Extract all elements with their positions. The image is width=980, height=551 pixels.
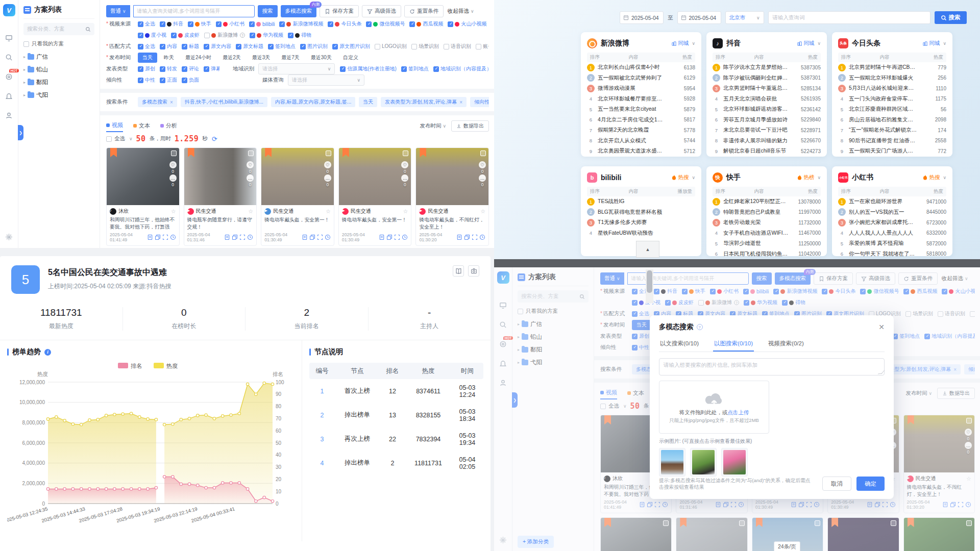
time-range-option[interactable]: 最近3天: [248, 53, 275, 63]
sidebar-category-item[interactable]: ▸鄱阳: [518, 343, 589, 356]
card-checkbox[interactable]: [739, 520, 745, 526]
hot-list-item[interactable]: 1北京到长白山将仅需4小时6138: [587, 62, 695, 73]
sidebar-category-item[interactable]: ▸鄱阳: [23, 76, 94, 89]
match-checkbox[interactable]: 语音识别: [444, 43, 471, 50]
scan-icon[interactable]: [472, 234, 478, 240]
match-checkbox[interactable]: 原文标题: [236, 43, 263, 50]
post-type-checkbox[interactable]: 评论: [182, 65, 199, 72]
export-button[interactable]: 数据导出: [451, 120, 489, 132]
source-checkbox[interactable]: 新浪微博?: [698, 299, 739, 306]
result-tab[interactable]: 视频: [600, 387, 617, 399]
close-icon[interactable]: ×: [459, 99, 462, 105]
star-icon[interactable]: ☆: [966, 475, 971, 482]
region-checkbox[interactable]: 签到地点: [401, 65, 429, 72]
clock-icon[interactable]: [325, 234, 331, 240]
expand-sidebar-tab[interactable]: ❯: [18, 125, 23, 140]
hot-list-item[interactable]: 5亲爱的展博 真不怪宛瑜5872000: [838, 238, 946, 249]
search-icon[interactable]: [499, 320, 507, 329]
hot-list-item[interactable]: 5北京江苏麋鹿种群跨区域联姻...56: [838, 104, 946, 115]
sidebar-category-item[interactable]: ▸广信: [518, 318, 589, 331]
gear-icon[interactable]: [5, 233, 13, 241]
result-tab[interactable]: 文本: [133, 119, 150, 132]
match-checkbox[interactable]: 全选: [632, 310, 649, 317]
comment-icon[interactable]: …: [324, 174, 331, 182]
advanced-filter-button[interactable]: 高级筛选: [856, 272, 895, 285]
hot-list-item[interactable]: 7“五一”假期老外花式解锁京城游174: [838, 125, 946, 136]
source-checkbox[interactable]: 华为视频?: [744, 299, 777, 306]
scan-icon[interactable]: [730, 502, 737, 508]
search-condition-chip[interactable]: 内容,标题,原文内容,原文标题,签...×: [271, 97, 355, 107]
video-thumbnail[interactable]: ♡0 …0: [184, 148, 257, 205]
hot-list-item[interactable]: 3张小婉把大家都训成摩托车了6723000: [838, 217, 946, 228]
copy-icon[interactable]: [950, 502, 956, 508]
collapse-filters-button[interactable]: 收起筛选∨: [942, 275, 968, 282]
export-button[interactable]: 数据导出: [937, 388, 975, 399]
hot-list-item[interactable]: 7假期第2天的北京晚霞5778: [587, 125, 695, 136]
source-checkbox[interactable]: 新浪微博视频?: [773, 288, 817, 295]
image-query-textarea[interactable]: 请输入想要搜索的图片信息, 按回车添加: [659, 358, 885, 375]
search-button[interactable]: 搜索: [258, 5, 278, 17]
monitor-icon[interactable]: [499, 301, 507, 309]
video-result-card[interactable]: ♡0 …0 ▶民生交通☆ 骑电动车戴头盔，安全第一！ 2025-05-04 01…: [261, 147, 334, 246]
modal-tab[interactable]: 以文搜索(0/10): [659, 337, 700, 352]
multimodal-search-button[interactable]: 多模态搜索内测: [775, 272, 811, 285]
select-all-checkbox[interactable]: [106, 136, 112, 142]
post-type-checkbox[interactable]: 原创: [632, 333, 649, 340]
source-checkbox[interactable]: 小红书?: [710, 288, 739, 295]
only-mine-checkbox[interactable]: 只看我的方案: [518, 308, 589, 315]
info-icon[interactable]: i: [44, 349, 51, 356]
match-checkbox[interactable]: 场景识别: [411, 43, 439, 50]
source-checkbox[interactable]: 小红书?: [216, 20, 244, 28]
copy-icon[interactable]: [386, 234, 393, 240]
save-plan-button[interactable]: 保存方案: [814, 272, 853, 285]
source-checkbox[interactable]: 度小视?: [138, 32, 166, 39]
doc-icon[interactable]: [715, 502, 721, 508]
source-checkbox[interactable]: 新浪微博?: [204, 32, 245, 39]
result-tab[interactable]: 分析: [160, 119, 177, 132]
hot-list-item[interactable]: 6日本民用飞机侵闯我钓鱼岛领空11042000: [713, 249, 821, 257]
hot-list-item[interactable]: 890后书记直播带货 红油香椿...2558: [838, 136, 946, 146]
search-icon[interactable]: [5, 53, 13, 61]
card-checkbox[interactable]: [403, 151, 408, 156]
hot-tag-dropdown[interactable]: 热榜∨: [797, 174, 821, 181]
video-thumbnail[interactable]: [828, 518, 898, 551]
upload-dropzone[interactable]: 将文件拖到此处，或点击上传 只能上传jpg/png/jpeg文件，且不超过2MB: [659, 381, 769, 434]
source-checkbox[interactable]: 得物?: [782, 299, 805, 306]
sidebar-category-item[interactable]: ▸广信: [23, 51, 94, 63]
video-result-card[interactable]: ♡0 …0 ▶民生交通☆ 骑电动车戴头盔，不闯红灯，安全至上！ 2025-05-…: [415, 147, 489, 246]
tendency-checkbox[interactable]: 中性: [138, 77, 155, 84]
source-checkbox[interactable]: bilibili?: [743, 289, 769, 294]
modal-tab[interactable]: 视频搜索(0/2): [767, 337, 805, 352]
doc-icon[interactable]: [302, 234, 308, 240]
scan-icon[interactable]: [239, 234, 246, 240]
source-checkbox[interactable]: 皮皮虾?: [171, 32, 200, 39]
scan-icon[interactable]: [806, 502, 812, 508]
city-select[interactable]: 北京市∨: [725, 11, 764, 24]
hot-list-item[interactable]: 5五一当然要来北京cityeat5879: [587, 104, 695, 115]
tendency-checkbox[interactable]: 负面: [182, 77, 199, 84]
search-button[interactable]: 搜索: [935, 11, 967, 24]
city-tag-dropdown[interactable]: 同城∨: [923, 40, 946, 47]
hot-list-item[interactable]: 2特朗普竟把自己P成教皇11997000: [713, 207, 821, 218]
city-tag-dropdown[interactable]: 同城∨: [797, 40, 821, 47]
post-type-checkbox[interactable]: 原创: [138, 65, 155, 72]
hot-list-item[interactable]: 64月北京二手房住宅成交1556...5817: [587, 115, 695, 126]
source-checkbox[interactable]: 火山小视频?: [942, 288, 975, 295]
date-from-input[interactable]: 2025-05-04: [620, 11, 664, 24]
search-condition-chip[interactable]: 倾向性为:中性,正面,负面×: [964, 364, 975, 374]
only-mine-checkbox[interactable]: 只看我的方案: [23, 40, 94, 47]
source-checkbox[interactable]: 西瓜视频?: [409, 20, 443, 28]
tendency-checkbox[interactable]: 正面: [160, 77, 177, 84]
hot-grid-icon[interactable]: HOT: [5, 72, 13, 81]
comment-icon[interactable]: …: [479, 174, 486, 182]
region-select[interactable]: 请选择∨: [258, 63, 335, 74]
scrollbar[interactable]: [646, 269, 653, 303]
card-checkbox[interactable]: [891, 520, 896, 526]
hot-list-item[interactable]: 2陈芋汐被玩偶砸到全红婵帮捡起5387301: [713, 73, 821, 84]
bell-icon[interactable]: [5, 92, 13, 100]
match-checkbox[interactable]: 原文内容: [204, 43, 231, 50]
hot-list-item[interactable]: 4五月天北京演唱会获批5261935: [713, 94, 821, 105]
collapse-filters-button[interactable]: 收起筛选∨: [448, 8, 474, 15]
hot-list-item[interactable]: 8非遗传承人展示叫猫的魅力5226670: [713, 136, 821, 146]
source-checkbox[interactable]: bilibili?: [249, 21, 275, 27]
